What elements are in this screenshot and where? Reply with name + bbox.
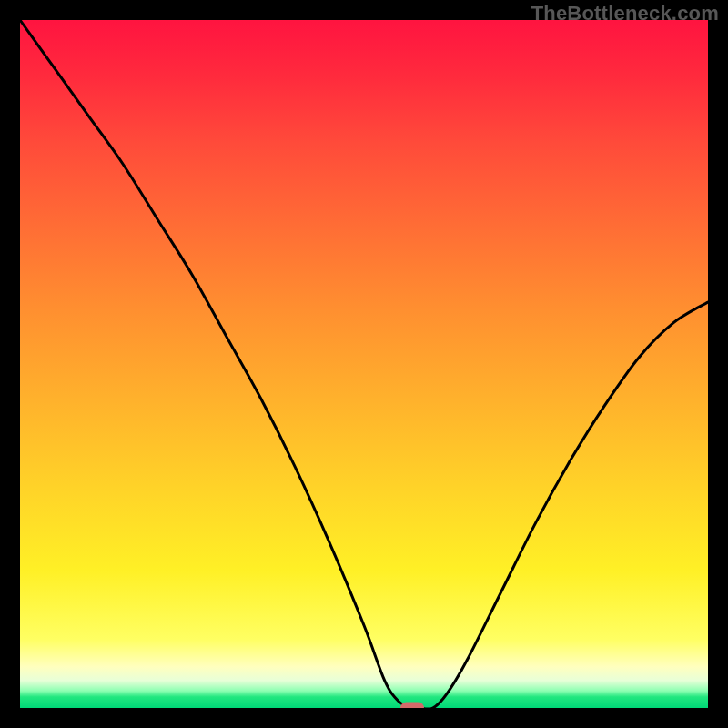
optimal-point-marker — [400, 703, 424, 709]
bottleneck-curve-path — [20, 20, 708, 708]
chart-frame: TheBottleneck.com — [0, 0, 728, 728]
plot-area — [20, 20, 708, 708]
watermark-text: TheBottleneck.com — [531, 2, 719, 25]
bottleneck-curve-svg — [20, 20, 708, 708]
